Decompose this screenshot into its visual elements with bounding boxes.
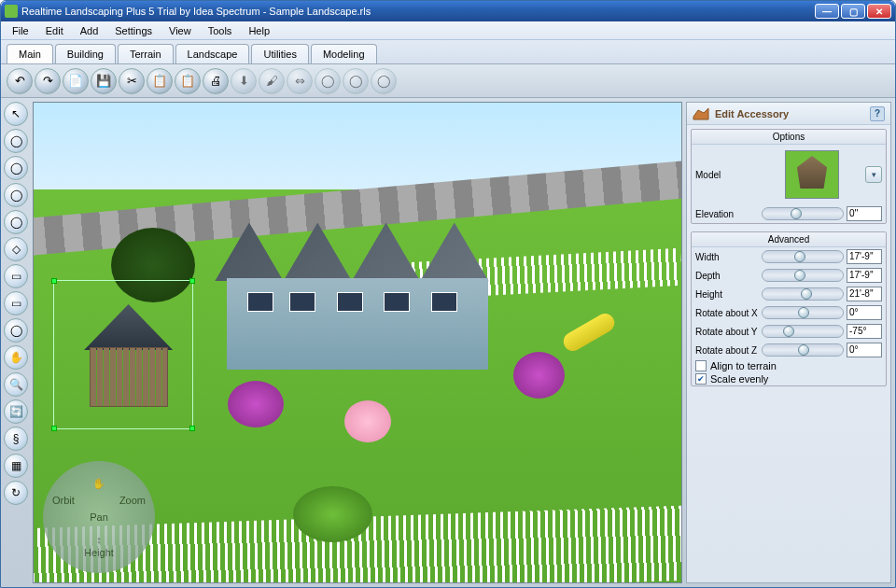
- model-dropdown-button[interactable]: ▾: [865, 166, 882, 183]
- side-tool-3[interactable]: ◯: [4, 156, 28, 180]
- width-slider[interactable]: [762, 250, 844, 263]
- rotx-row: Rotate about X 0°: [692, 303, 886, 322]
- menu-add[interactable]: Add: [73, 23, 106, 38]
- nav-zoom[interactable]: Zoom: [119, 495, 146, 506]
- roty-value[interactable]: -75°: [847, 324, 882, 339]
- select-tool[interactable]: ↖: [4, 102, 28, 126]
- updown-icon: ↕: [96, 534, 102, 545]
- selection-handle[interactable]: [189, 426, 195, 431]
- model-preview: [795, 156, 829, 189]
- elevation-slider[interactable]: [762, 207, 844, 220]
- height-slider[interactable]: [762, 287, 844, 301]
- side-tool-5[interactable]: ◯: [4, 210, 28, 234]
- window-title: Realtime Landscaping Plus 5 Trial by Ide…: [21, 6, 815, 17]
- rotx-value[interactable]: 0°: [847, 305, 882, 320]
- depth-value[interactable]: 17'-9'': [847, 268, 882, 283]
- print-button[interactable]: 🖨: [203, 68, 229, 94]
- side-tool-9[interactable]: ◯: [4, 318, 28, 343]
- rotz-slider[interactable]: [762, 343, 844, 357]
- tool-button-13[interactable]: ◯: [343, 68, 369, 94]
- tool-button-12[interactable]: ◯: [315, 68, 341, 94]
- advanced-section: Advanced Width 17'-9'' Depth 17'-9'' Hei…: [691, 231, 887, 386]
- slider-thumb[interactable]: [791, 208, 802, 219]
- elevation-value[interactable]: 0'': [847, 206, 882, 221]
- height-value[interactable]: 21'-8'': [847, 287, 882, 301]
- slider-thumb[interactable]: [794, 270, 805, 281]
- slider-thumb[interactable]: [798, 344, 809, 356]
- close-button[interactable]: ✕: [867, 4, 891, 19]
- pan-tool[interactable]: ✋: [4, 345, 28, 370]
- tab-landscape[interactable]: Landscape: [175, 44, 250, 63]
- rotx-label: Rotate about X: [695, 308, 759, 318]
- refresh-tool[interactable]: ↻: [4, 481, 28, 505]
- tool-button-11[interactable]: ⇔: [287, 68, 313, 94]
- scene-bush: [293, 486, 372, 542]
- side-tool-7[interactable]: ▭: [4, 264, 28, 288]
- nav-orbit[interactable]: Orbit: [52, 495, 75, 506]
- width-label: Width: [695, 252, 759, 262]
- redo-button[interactable]: ↷: [35, 68, 61, 94]
- viewport-3d[interactable]: Orbit Zoom Pan Height ✋ ↕: [33, 102, 682, 583]
- rotx-slider[interactable]: [762, 306, 844, 319]
- maximize-button[interactable]: ▢: [841, 4, 865, 19]
- height-row: Height 21'-8'': [692, 285, 886, 303]
- side-tool-6[interactable]: ◇: [4, 237, 28, 261]
- scene-house: [215, 223, 499, 376]
- side-tool-8[interactable]: ▭: [4, 291, 28, 315]
- tab-building[interactable]: Building: [55, 44, 116, 63]
- selection-handle[interactable]: [51, 278, 57, 284]
- menu-view[interactable]: View: [161, 23, 199, 38]
- side-tool-13[interactable]: §: [4, 427, 28, 451]
- scale-evenly-checkbox[interactable]: ✔: [695, 373, 707, 385]
- nav-height[interactable]: Height: [84, 547, 114, 558]
- model-thumbnail[interactable]: [785, 150, 839, 199]
- menu-tools[interactable]: Tools: [201, 23, 240, 38]
- hand-icon: ✋: [92, 478, 105, 490]
- menu-edit[interactable]: Edit: [38, 23, 71, 38]
- depth-slider[interactable]: [762, 269, 844, 282]
- copy-button[interactable]: 📋: [147, 68, 173, 94]
- toolbar: ↶ ↷ 📄 💾 ✂ 📋 📋 🖨 ⬇ 🖌 ⇔ ◯ ◯ ◯: [1, 64, 895, 98]
- menu-file[interactable]: File: [5, 23, 36, 38]
- new-button[interactable]: 📄: [63, 68, 89, 94]
- navigation-wheel[interactable]: Orbit Zoom Pan Height ✋ ↕: [43, 461, 155, 573]
- slider-thumb[interactable]: [801, 288, 812, 300]
- tab-terrain[interactable]: Terrain: [118, 44, 174, 63]
- menu-help[interactable]: Help: [241, 23, 277, 38]
- tool-button-9[interactable]: ⬇: [231, 68, 257, 94]
- roty-slider[interactable]: [762, 325, 844, 338]
- scale-evenly-label: Scale evenly: [710, 373, 768, 385]
- tool-button-10[interactable]: 🖌: [259, 68, 285, 94]
- house-wall: [227, 278, 489, 371]
- tool-button-14[interactable]: ◯: [371, 68, 397, 94]
- titlebar: Realtime Landscaping Plus 5 Trial by Ide…: [1, 1, 895, 21]
- slider-thumb[interactable]: [798, 307, 809, 318]
- menu-settings[interactable]: Settings: [107, 23, 160, 38]
- side-tool-4[interactable]: ◯: [4, 183, 28, 207]
- nav-pan[interactable]: Pan: [90, 511, 108, 523]
- help-button[interactable]: ?: [870, 106, 885, 121]
- align-terrain-label: Align to terrain: [710, 360, 777, 371]
- selection-handle[interactable]: [189, 278, 195, 284]
- tab-main[interactable]: Main: [7, 44, 53, 63]
- side-tool-2[interactable]: ◯: [4, 129, 28, 153]
- rotz-value[interactable]: 0°: [847, 343, 882, 357]
- undo-button[interactable]: ↶: [7, 68, 33, 94]
- tab-modeling[interactable]: Modeling: [311, 44, 377, 63]
- minimize-button[interactable]: —: [815, 4, 839, 19]
- cut-button[interactable]: ✂: [119, 68, 145, 94]
- zoom-tool[interactable]: 🔍: [4, 372, 28, 397]
- model-label: Model: [695, 170, 759, 180]
- grid-tool[interactable]: ▦: [4, 454, 28, 478]
- slider-thumb[interactable]: [794, 251, 805, 262]
- width-value[interactable]: 17'-9'': [847, 249, 882, 264]
- save-button[interactable]: 💾: [91, 68, 117, 94]
- selection-box[interactable]: [53, 280, 193, 429]
- tab-utilities[interactable]: Utilities: [251, 44, 308, 63]
- selection-handle[interactable]: [51, 426, 57, 431]
- align-terrain-checkbox[interactable]: [695, 360, 707, 371]
- slider-thumb[interactable]: [783, 326, 794, 337]
- orbit-tool[interactable]: 🔄: [4, 399, 28, 424]
- paste-button[interactable]: 📋: [175, 68, 201, 94]
- scene: Orbit Zoom Pan Height ✋ ↕: [34, 103, 681, 582]
